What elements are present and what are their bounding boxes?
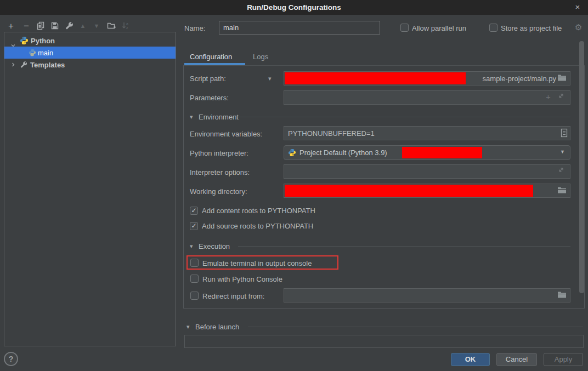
redirect-input-field[interactable] <box>284 288 570 302</box>
section-divider <box>237 117 570 117</box>
new-folder-icon <box>107 21 116 30</box>
remove-configuration-button[interactable]: − <box>20 20 33 32</box>
script-path-label: Script path: <box>190 75 226 83</box>
add-content-roots-checkbox[interactable] <box>190 207 198 215</box>
expand-field-icon[interactable] <box>557 166 565 174</box>
tab-configuration[interactable]: Configuration <box>190 53 232 64</box>
sort-configurations-button[interactable]: az <box>119 20 132 32</box>
interpreter-options-field[interactable] <box>284 164 570 179</box>
redaction-overlay <box>285 72 466 84</box>
redirect-input-checkbox[interactable] <box>190 292 199 300</box>
title-bar: Run/Debug Configurations × <box>0 0 588 15</box>
parameters-label: Parameters: <box>190 94 229 102</box>
tree-item-templates[interactable]: Templates <box>4 59 176 71</box>
save-icon <box>50 21 59 30</box>
before-launch-section-header[interactable]: Before launch <box>195 323 239 331</box>
name-label: Name: <box>184 24 205 32</box>
sort-az-icon: az <box>121 21 130 30</box>
arrow-down-icon: ▼ <box>94 23 100 29</box>
python-logo-icon <box>20 36 29 45</box>
emulate-terminal-label[interactable]: Emulate terminal in output console <box>202 259 312 267</box>
tree-label-templates[interactable]: Templates <box>30 61 65 69</box>
add-source-roots-checkbox[interactable] <box>190 222 198 230</box>
svg-text:z: z <box>126 26 128 30</box>
folder-icon[interactable] <box>557 73 567 82</box>
run-debug-configurations-dialog: Run/Debug Configurations × + − ▲ ▼ az Py… <box>0 0 588 371</box>
redirect-input-label[interactable]: Redirect input from: <box>202 292 264 300</box>
script-path-value: sample-project/main.py <box>483 75 556 83</box>
tab-logs[interactable]: Logs <box>253 53 268 64</box>
vertical-scrollbar-thumb[interactable] <box>579 41 584 293</box>
tree-label-python[interactable]: Python <box>31 37 55 45</box>
copy-icon <box>36 21 45 30</box>
copy-configuration-button[interactable] <box>34 20 47 32</box>
dropdown-arrow-icon[interactable]: ▼ <box>560 149 565 155</box>
run-with-python-console-checkbox[interactable] <box>190 275 199 283</box>
expand-field-icon[interactable] <box>557 92 565 100</box>
run-with-python-console-label[interactable]: Run with Python Console <box>202 275 282 283</box>
cancel-button[interactable]: Cancel <box>496 353 537 366</box>
tree-label-main[interactable]: main <box>38 49 53 57</box>
chevron-right-icon[interactable] <box>10 61 16 68</box>
folder-icon[interactable] <box>557 290 567 299</box>
collapse-arrow-icon[interactable]: ▾ <box>190 243 193 250</box>
insert-macro-plus-icon[interactable]: + <box>546 92 551 101</box>
emulate-terminal-checkbox[interactable] <box>190 259 199 267</box>
tree-item-python-group[interactable]: Python <box>4 35 176 47</box>
ok-button[interactable]: OK <box>451 353 490 366</box>
move-up-button[interactable]: ▲ <box>76 20 89 32</box>
store-as-project-file-label[interactable]: Store as project file <box>501 24 562 32</box>
add-configuration-button[interactable]: + <box>4 20 18 32</box>
close-icon[interactable]: × <box>572 0 584 15</box>
store-as-project-file-checkbox[interactable] <box>489 24 497 32</box>
python-interpreter-value: Project Default (Python 3.9) <box>299 149 387 157</box>
interpreter-options-label: Interpreter options: <box>190 168 250 176</box>
python-interpreter-label: Python interpreter: <box>190 149 248 157</box>
wrench-icon <box>20 61 27 69</box>
dialog-title: Run/Debug Configurations <box>0 0 588 15</box>
before-launch-task-list[interactable] <box>184 335 584 348</box>
svg-text:a: a <box>126 22 128 26</box>
help-button[interactable]: ? <box>4 352 18 366</box>
python-logo-icon <box>29 49 36 56</box>
add-content-roots-label[interactable]: Add content roots to PYTHONPATH <box>202 207 315 215</box>
name-input[interactable] <box>219 21 380 35</box>
chevron-down-icon[interactable]: ▾ <box>268 75 272 82</box>
section-divider <box>248 327 583 327</box>
folder-icon[interactable] <box>557 186 567 194</box>
move-down-button[interactable]: ▼ <box>90 20 103 32</box>
new-folder-button[interactable] <box>105 20 118 32</box>
section-divider <box>238 246 570 247</box>
arrow-up-icon: ▲ <box>80 23 86 29</box>
allow-parallel-run-checkbox[interactable] <box>400 24 409 32</box>
gear-icon[interactable]: ⚙ <box>575 22 582 32</box>
tree-item-main-selected[interactable]: main <box>4 47 176 59</box>
apply-button[interactable]: Apply <box>544 353 583 366</box>
add-source-roots-label[interactable]: Add source roots to PYTHONPATH <box>202 222 313 230</box>
execution-section-header[interactable]: Execution <box>199 242 230 250</box>
minus-icon: − <box>24 21 29 31</box>
collapse-arrow-icon[interactable]: ▾ <box>190 113 193 121</box>
browse-variables-icon[interactable] <box>561 128 568 138</box>
plus-icon: + <box>8 21 14 31</box>
edit-templates-button[interactable] <box>63 20 76 32</box>
environment-section-header[interactable]: Environment <box>199 113 239 121</box>
configurations-tree: Python main Templates <box>4 32 176 346</box>
environment-variables-value: PYTHONUNBUFFERED=1 <box>288 129 375 138</box>
allow-parallel-run-label[interactable]: Allow parallel run <box>412 24 466 32</box>
parameters-field[interactable] <box>284 90 570 105</box>
python-logo-icon <box>288 149 296 157</box>
working-directory-label: Working directory: <box>190 187 247 196</box>
wrench-icon <box>65 21 74 30</box>
collapse-arrow-icon[interactable]: ▾ <box>186 323 190 330</box>
redaction-overlay <box>402 147 482 158</box>
save-configuration-button[interactable] <box>48 20 61 32</box>
environment-variables-label: Environment variables: <box>190 130 262 138</box>
redaction-overlay <box>285 185 533 197</box>
